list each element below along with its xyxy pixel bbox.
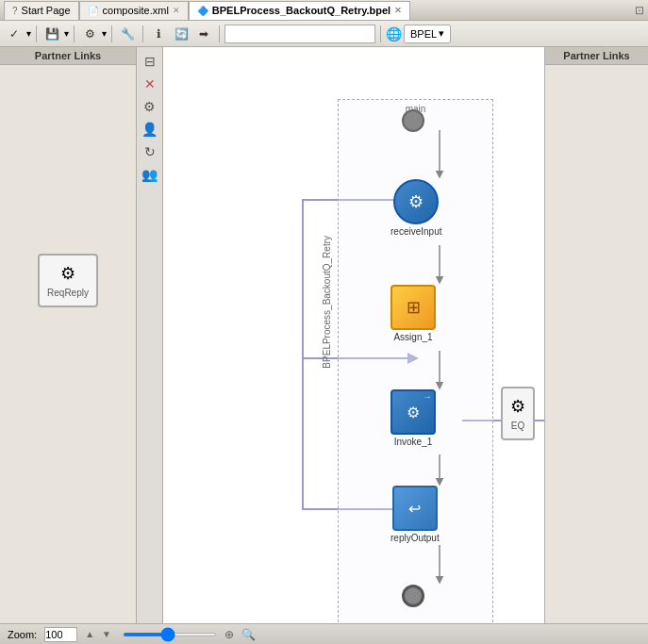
tab-start-page-label: Start Page [22,5,71,16]
tab-bpel-label: BPELProcess_BackoutQ_Retry.bpel [212,5,390,16]
right-partner-links-panel: Partner Links [544,47,648,623]
left-partner-area: ⚙ ReqReply [0,65,136,315]
invoke-arrow-icon: → [423,391,432,402]
title-bar-right: ⊡ [635,4,644,17]
toolbar-sep-6 [380,25,381,42]
toolbar-sep-2 [74,25,75,42]
receive-input-shape: ⚙ [393,179,439,224]
start-circle-shape [402,109,424,132]
toolbar-sep-4 [142,25,143,42]
side-loop-btn[interactable]: ↻ [140,141,160,162]
process-name-label: BPELProcess_BackoutQ_Retry [322,236,332,369]
right-panel-title: Partner Links [545,47,648,65]
assign-label: Assign_1 [393,332,432,342]
toolbar: ✓ ▾ 💾 ▾ ⚙ ▾ 🔧 ℹ 🔄 ➡ 🌐 BPEL ▾ [0,21,648,47]
canvas-area: ⊟ ✕ ⚙ 👤 ↻ 👥 [137,47,544,623]
zoom-slider[interactable] [123,633,217,636]
toolbar-sep-1 [36,25,37,42]
search-box[interactable] [224,25,375,43]
diagram-canvas: main BPELProcess_BackoutQ_Retry ⚙ receiv… [163,47,544,623]
settings-button[interactable]: ⚙ [79,24,100,44]
zoom-input[interactable] [44,627,77,642]
bpel-dropdown-arrow[interactable]: ▾ [439,27,444,40]
composite-icon: 📄 [88,6,99,16]
end-circle [402,585,424,607]
main-area: Partner Links ⚙ ReqReply ⊟ ✕ ⚙ 👤 ↻ 👥 [0,47,648,623]
assign-icon: ⊞ [407,297,421,318]
assign-shape: ⊞ [390,285,436,330]
settings-dropdown-arrow[interactable]: ▾ [102,28,107,39]
end-circle-shape [402,585,424,607]
start-circle [402,109,424,132]
invoke-element[interactable]: ⚙ → Invoke_1 [390,389,436,447]
toolbar-sep-5 [219,25,220,42]
reqreply-label: ReqReply [47,288,89,298]
side-person-btn[interactable]: 👤 [140,119,160,140]
receive-input-icon: ⚙ [408,191,424,212]
side-btn-x[interactable]: ✕ [140,74,160,94]
reply-output-element[interactable]: ↩ replyOutput [390,486,440,543]
left-panel-title: Partner Links [0,47,136,65]
search-zoom-icon[interactable]: 🔍 [241,628,256,641]
tab-bpel-close[interactable]: ✕ [394,6,402,15]
globe-icon: 🌐 [386,26,402,41]
status-bar: Zoom: ▲ ▼ ⊕ 🔍 [0,623,648,644]
title-bar: ? Start Page 📄 composite.xml ✕ 🔷 BPELPro… [0,0,648,21]
save-dropdown-arrow[interactable]: ▾ [64,28,69,39]
partner-box-eq[interactable]: ⚙ EQ [501,387,535,440]
arrow-button[interactable]: ➡ [193,24,214,44]
tab-composite-label: composite.xml [103,5,169,16]
run-button[interactable]: ✓ [4,24,25,44]
tab-composite-close[interactable]: ✕ [173,6,180,15]
side-collapse-btn[interactable]: ⊟ [140,51,160,72]
zoom-down-arrow[interactable]: ▼ [102,629,111,639]
tab-start-page[interactable]: ? Start Page [4,1,79,20]
zoom-up-arrow[interactable]: ▲ [85,629,94,639]
partner-box-reqreply[interactable]: ⚙ ReqReply [38,254,98,307]
zoom-label: Zoom: [8,629,37,640]
run-dropdown-arrow[interactable]: ▾ [26,28,31,39]
invoke-label: Invoke_1 [394,437,433,447]
reply-output-shape: ↩ [392,486,438,531]
assign-element[interactable]: ⊞ Assign_1 [390,285,436,342]
eq-partner-box-container: ⚙ EQ [501,387,535,440]
info-button[interactable]: ℹ [148,24,169,44]
bpel-dropdown[interactable]: BPEL ▾ [404,25,451,43]
save-button[interactable]: 💾 [42,24,62,44]
toolbar-sep-3 [111,25,112,42]
receive-input-element[interactable]: ⚙ receiveInput [390,179,441,237]
bpel-dropdown-label: BPEL [410,28,437,40]
left-partner-links-panel: Partner Links ⚙ ReqReply [0,47,137,623]
eq-label: EQ [511,421,524,431]
side-gear-btn[interactable]: ⚙ [140,96,160,117]
process-container: main [338,99,493,623]
tab-bpel[interactable]: 🔷 BPELProcess_BackoutQ_Retry.bpel ✕ [189,1,410,20]
reply-output-icon: ↩ [408,500,421,518]
side-toolbar: ⊟ ✕ ⚙ 👤 ↻ 👥 [137,47,163,623]
search-input[interactable] [229,28,371,40]
receive-input-label: receiveInput [390,226,441,237]
bpel-icon: 🔷 [197,6,208,16]
toolbar-btn-4[interactable]: 🔧 [117,24,138,44]
reqreply-gear-icon: ⚙ [60,263,75,284]
start-page-icon: ? [12,6,18,16]
maximize-icon[interactable]: ⊡ [635,4,644,17]
side-group-btn[interactable]: 👥 [140,164,160,185]
target-icon: ⊕ [224,628,234,641]
invoke-icon: ⚙ [407,404,420,421]
tab-composite[interactable]: 📄 composite.xml ✕ [79,1,189,20]
eq-gear-icon: ⚙ [510,396,525,417]
refresh-button[interactable]: 🔄 [171,24,191,44]
invoke-shape: ⚙ → [390,389,436,435]
reply-output-label: replyOutput [390,533,440,543]
